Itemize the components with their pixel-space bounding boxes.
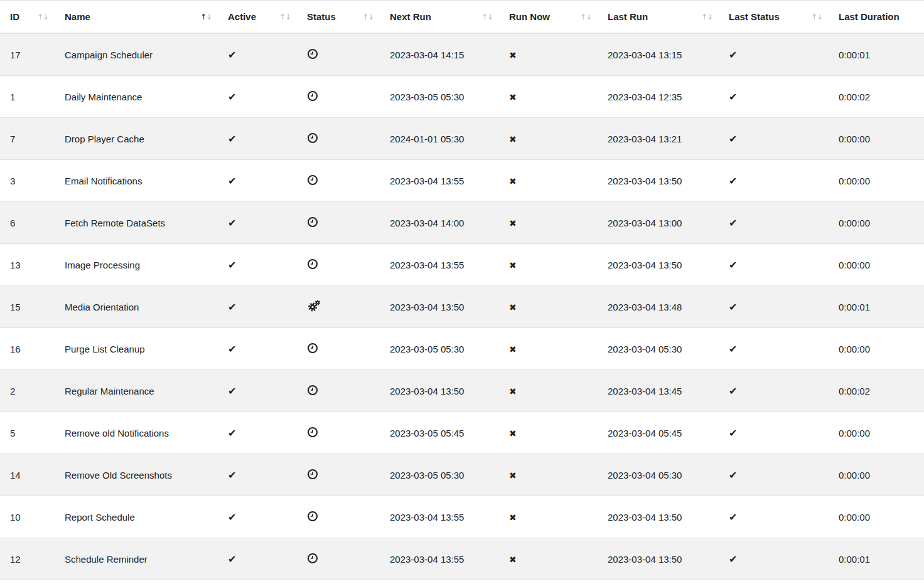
table-row: 6Fetch Remote DataSets✔2023-03-04 14:00✖…: [0, 202, 924, 244]
sort-icon: ↑↓: [200, 13, 212, 21]
cell-status: [297, 76, 380, 118]
clock-icon: [307, 553, 318, 566]
sort-up-arrow: ↑: [580, 13, 586, 21]
cell-lastDuration: 0:00:01: [829, 33, 924, 76]
cell-id: 7: [0, 118, 55, 160]
cell-lastRun: 2023-03-04 13:48: [598, 286, 719, 328]
tasks-page: ID↑↓Name↑↓Active↑↓Status↑↓Next Run↑↓Run …: [0, 0, 924, 584]
sort-icon: ↑↓: [279, 13, 291, 21]
times-icon: ✖: [509, 555, 517, 564]
column-label: ID: [10, 11, 19, 22]
sort-down-arrow: ↓: [43, 13, 48, 21]
times-icon: ✖: [509, 345, 517, 354]
column-header-lastRun[interactable]: Last Run↑↓: [598, 1, 719, 34]
clock-icon: [307, 174, 318, 188]
cell-status: [297, 454, 380, 496]
sort-down-arrow: ↓: [817, 13, 822, 21]
cell-lastRun: 2023-03-04 13:50: [598, 538, 719, 580]
sort-up-arrow: ↑: [200, 13, 206, 21]
cell-lastRun: 2023-03-04 13:00: [598, 202, 719, 244]
cell-id: 10: [0, 496, 55, 538]
cell-runNow: ✖: [499, 454, 598, 496]
cell-lastStatus: ✔: [719, 286, 829, 328]
cell-id: 5: [0, 412, 55, 454]
check-icon: ✔: [729, 176, 737, 186]
check-icon: ✔: [228, 218, 236, 228]
cell-lastDuration: 0:00:00: [829, 244, 924, 286]
cell-nextRun: 2023-03-04 13:55: [380, 160, 499, 202]
table-row: 1Daily Maintenance✔2023-03-05 05:30✖2023…: [0, 76, 924, 118]
column-header-nextRun[interactable]: Next Run↑↓: [380, 1, 499, 34]
cell-name: Email Notifications: [55, 160, 218, 202]
cell-status: [297, 33, 380, 76]
cell-nextRun: 2023-03-05 05:30: [380, 76, 499, 118]
sort-icon: ↑↓: [811, 13, 822, 21]
cell-runNow: ✖: [499, 412, 598, 454]
column-label: Active: [228, 11, 256, 22]
table-row: 3Email Notifications✔2023-03-04 13:55✖20…: [0, 160, 924, 202]
clock-icon: [307, 511, 318, 524]
cell-status: [297, 538, 380, 580]
cell-lastRun: 2023-03-04 05:30: [598, 454, 719, 496]
sort-down-arrow: ↓: [586, 13, 591, 21]
table-row: 16Purge List Cleanup✔2023-03-05 05:30✖20…: [0, 328, 924, 370]
cell-runNow: ✖: [499, 118, 598, 160]
clock-icon: [307, 90, 318, 104]
cell-name: Daily Maintenance: [55, 76, 218, 118]
cell-nextRun: 2023-03-04 13:55: [380, 496, 499, 538]
cell-active: ✔: [218, 454, 297, 496]
tasks-table: ID↑↓Name↑↓Active↑↓Status↑↓Next Run↑↓Run …: [0, 0, 924, 580]
cell-lastDuration: 0:00:01: [829, 538, 924, 580]
cell-active: ✔: [218, 328, 297, 370]
cell-active: ✔: [218, 244, 297, 286]
cell-lastRun: 2023-03-04 13:21: [598, 118, 719, 160]
column-header-id[interactable]: ID↑↓: [0, 1, 55, 34]
cell-name: Report Schedule: [55, 496, 218, 538]
cell-id: 15: [0, 286, 55, 328]
column-header-active[interactable]: Active↑↓: [218, 1, 297, 34]
cell-status: [297, 328, 380, 370]
clock-icon: [307, 258, 318, 272]
cell-nextRun: 2023-03-04 13:50: [380, 370, 499, 412]
check-icon: ✔: [729, 218, 737, 228]
column-header-name[interactable]: Name↑↓: [55, 1, 218, 34]
sort-down-arrow: ↓: [206, 13, 212, 21]
table-row: 5Remove old Notifications✔2023-03-05 05:…: [0, 412, 924, 454]
cell-name: Schedule Reminder: [55, 538, 218, 580]
cell-runNow: ✖: [499, 33, 598, 76]
cell-lastDuration: 0:00:00: [829, 160, 924, 202]
cell-status: [297, 118, 380, 160]
cell-status: [297, 412, 380, 454]
cell-name: Campaign Scheduler: [55, 33, 218, 76]
cell-status: [297, 496, 380, 538]
column-label: Last Status: [729, 11, 780, 22]
cell-lastRun: 2023-03-04 13:50: [598, 496, 719, 538]
cell-status: [297, 244, 380, 286]
cell-active: ✔: [218, 33, 297, 76]
cell-name: Fetch Remote DataSets: [55, 202, 218, 244]
column-label: Last Run: [608, 11, 648, 22]
sort-icon: ↑↓: [701, 13, 712, 21]
cell-lastStatus: ✔: [719, 118, 829, 160]
check-icon: ✔: [228, 92, 236, 102]
column-header-status[interactable]: Status↑↓: [297, 1, 380, 34]
column-header-runNow[interactable]: Run Now↑↓: [499, 1, 598, 34]
check-icon: ✔: [228, 555, 236, 565]
cell-active: ✔: [218, 538, 297, 580]
cell-active: ✔: [218, 202, 297, 244]
sort-icon: ↑↓: [37, 13, 48, 21]
check-icon: ✔: [228, 260, 236, 270]
cell-runNow: ✖: [499, 244, 598, 286]
times-icon: ✖: [509, 387, 517, 396]
cell-nextRun: 2024-01-01 05:30: [380, 118, 499, 160]
cell-lastStatus: ✔: [719, 33, 829, 76]
table-header-row: ID↑↓Name↑↓Active↑↓Status↑↓Next Run↑↓Run …: [0, 1, 924, 34]
cell-lastDuration: 0:00:00: [829, 328, 924, 370]
times-icon: ✖: [509, 513, 517, 522]
cell-lastStatus: ✔: [719, 160, 829, 202]
column-header-lastStatus[interactable]: Last Status↑↓: [719, 1, 829, 34]
cell-nextRun: 2023-03-05 05:45: [380, 412, 499, 454]
sort-down-arrow: ↓: [487, 13, 493, 21]
cogs-icon: [307, 300, 321, 314]
cell-status: [297, 160, 380, 202]
